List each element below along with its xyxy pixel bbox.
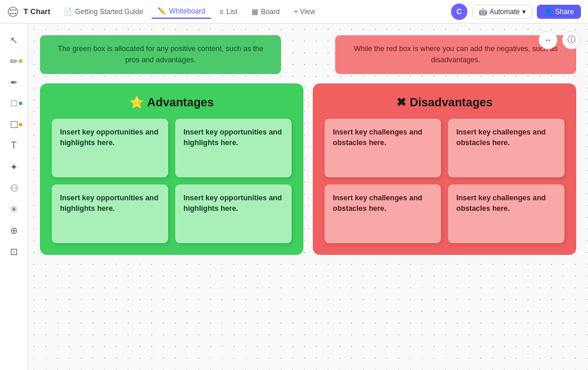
app-title: T Chart	[24, 7, 51, 16]
tab-list[interactable]: ≡ List	[213, 5, 243, 18]
info-icon[interactable]: ⓘ	[562, 31, 581, 49]
orange-dot	[19, 123, 22, 126]
svg-point-6	[15, 12, 16, 14]
sidebar-shape-icon[interactable]: □	[5, 94, 24, 113]
sidebar: ↖ ✏ ✒ □ ☐ T ✦ ⚇ ✳ ⊕ ⊡	[0, 23, 28, 370]
board-icon: ▦	[252, 8, 258, 16]
tab-whiteboard[interactable]: ✏️ Whiteboard	[152, 5, 211, 19]
sidebar-pencil-icon[interactable]: ✒	[5, 73, 24, 92]
canvas[interactable]: ↔ ⓘ The green box is allocated for any p…	[28, 23, 588, 370]
disadvantages-grid: Insert key challenges and obstacles here…	[325, 119, 564, 243]
sidebar-pen-icon[interactable]: ✏	[5, 52, 24, 70]
app-icon	[7, 6, 19, 18]
advantages-box: ⭐ Advantages Insert key opportunities an…	[40, 83, 303, 255]
automate-button[interactable]: 🤖 Automate ▾	[472, 5, 532, 19]
fit-to-screen-icon[interactable]: ↔	[539, 31, 557, 49]
advantages-title: ⭐ Advantages	[52, 95, 292, 109]
svg-point-4	[10, 12, 12, 14]
svg-point-2	[12, 9, 14, 11]
tab-getting-started[interactable]: 📄 Getting Started Guide	[58, 5, 149, 18]
list-item[interactable]: Insert key opportunities and highlights …	[175, 184, 292, 243]
sidebar-sparkle-icon[interactable]: ✦	[5, 157, 24, 176]
main-layout: ↖ ✏ ✒ □ ☐ T ✦ ⚇ ✳ ⊕ ⊡ ↔ ⓘ The green box …	[0, 23, 588, 370]
tchart: ⭐ Advantages Insert key opportunities an…	[40, 83, 576, 255]
doc-icon: 📄	[64, 8, 72, 16]
sidebar-globe-icon[interactable]: ⊕	[5, 221, 24, 240]
banners: The green box is allocated for any posit…	[40, 35, 576, 74]
whiteboard-icon: ✏️	[158, 7, 166, 15]
sidebar-cursor-icon[interactable]: ↖	[5, 31, 24, 49]
list-item[interactable]: Insert key challenges and obstacles here…	[325, 119, 441, 177]
topbar-right: C 🤖 Automate ▾ 👤 Share	[451, 4, 581, 20]
sidebar-text-icon[interactable]: T	[5, 136, 24, 155]
topbar: T Chart 📄 Getting Started Guide ✏️ White…	[0, 0, 588, 23]
share-button[interactable]: 👤 Share	[537, 5, 581, 19]
list-icon: ≡	[219, 8, 223, 16]
disadvantages-box: ✖ Disadvantages Insert key challenges an…	[313, 83, 576, 255]
tab-add-view[interactable]: + View	[288, 5, 321, 18]
list-item[interactable]: Insert key challenges and obstacles here…	[448, 184, 564, 243]
sidebar-sticky-icon[interactable]: ☐	[5, 115, 24, 134]
sidebar-image-icon[interactable]: ⊡	[5, 242, 24, 261]
canvas-icons: ↔ ⓘ	[539, 31, 581, 49]
green-dot	[19, 102, 22, 105]
disadvantages-title: ✖ Disadvantages	[325, 95, 564, 109]
list-item[interactable]: Insert key opportunities and highlights …	[175, 119, 292, 177]
green-banner: The green box is allocated for any posit…	[40, 35, 281, 74]
automate-icon: 🤖	[479, 8, 487, 16]
advantages-grid: Insert key opportunities and highlights …	[52, 119, 292, 243]
sidebar-magic-icon[interactable]: ✳	[5, 200, 24, 218]
list-item[interactable]: Insert key opportunities and highlights …	[52, 184, 168, 243]
list-item[interactable]: Insert key opportunities and highlights …	[52, 119, 168, 177]
chevron-down-icon: ▾	[522, 8, 526, 16]
svg-point-1	[10, 9, 12, 11]
list-item[interactable]: Insert key challenges and obstacles here…	[325, 184, 441, 243]
list-item[interactable]: Insert key challenges and obstacles here…	[448, 119, 564, 177]
svg-point-5	[12, 12, 14, 14]
yellow-dot	[19, 59, 22, 63]
avatar: C	[451, 4, 467, 20]
svg-point-3	[15, 9, 16, 11]
svg-point-0	[8, 7, 18, 16]
share-icon: 👤	[544, 8, 553, 16]
tab-board[interactable]: ▦ Board	[246, 5, 286, 18]
sidebar-people-icon[interactable]: ⚇	[5, 179, 24, 197]
